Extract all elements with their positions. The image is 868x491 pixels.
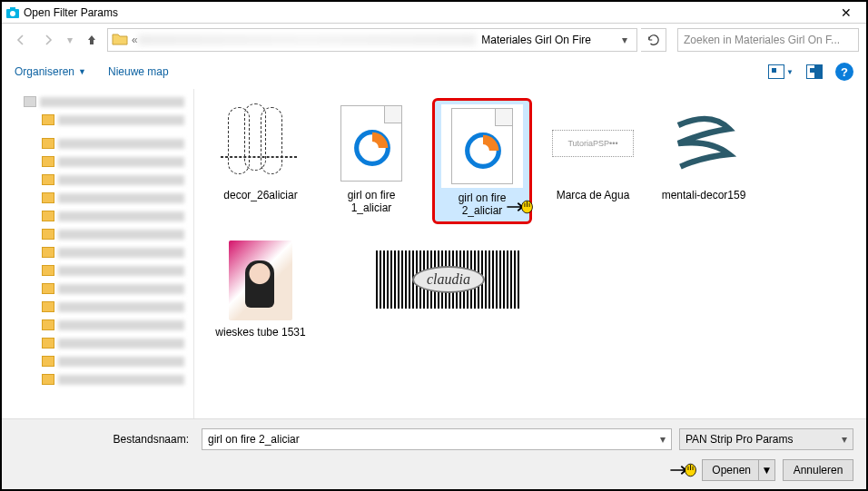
refresh-button[interactable]: [641, 28, 666, 52]
file-caption: girl on fire 1_aliciar: [326, 189, 417, 215]
file-item[interactable]: wieskes tube 1531: [211, 235, 311, 342]
open-split-dropdown[interactable]: ▼: [758, 460, 774, 480]
file-item[interactable]: TutoriaPSP•••Marca de Agua: [543, 98, 643, 224]
watermark-claudia: claudia: [376, 250, 521, 309]
app-icon: [5, 5, 20, 20]
file-thumbnail: [663, 102, 745, 185]
breadcrumb-current[interactable]: Materiales Girl On Fire: [476, 34, 616, 46]
filename-label: Bestandsnaam:: [15, 433, 194, 446]
chevron-down-icon: ▼: [786, 68, 794, 76]
back-button[interactable]: [9, 28, 33, 52]
filename-input[interactable]: girl on fire 2_aliciar ▾: [202, 428, 672, 450]
window-title: Open Filter Params: [24, 6, 830, 19]
breadcrumb-blurred: [138, 34, 477, 45]
file-thumbnail: [441, 104, 523, 188]
up-button[interactable]: [80, 28, 104, 52]
file-thumbnail: [220, 102, 301, 185]
folder-icon: [112, 32, 128, 48]
thumbnails-icon: [768, 64, 784, 79]
address-bar[interactable]: « Materiales Girl On Fire ▾: [107, 28, 637, 52]
filetype-select[interactable]: PAN Strip Pro Params ▾: [679, 428, 853, 450]
file-caption: wieskes tube 1531: [215, 326, 305, 339]
open-button[interactable]: Openen ▼: [702, 459, 775, 481]
svg-point-1: [10, 11, 15, 16]
file-item[interactable]: mentali-decor159: [654, 98, 754, 224]
svg-rect-2: [10, 7, 15, 10]
new-folder-button[interactable]: Nieuwe map: [108, 65, 169, 78]
search-placeholder: Zoeken in Materiales Girl On F...: [684, 34, 840, 46]
pointer-icon-open: [667, 459, 698, 481]
svg-point-4: [366, 142, 379, 154]
file-item[interactable]: decor_26aliciar: [211, 98, 311, 224]
chevron-down-icon: ▼: [78, 67, 86, 76]
file-item[interactable]: girl on fire 1_aliciar: [321, 98, 421, 224]
address-dropdown[interactable]: ▾: [616, 30, 633, 50]
forward-button[interactable]: [36, 28, 60, 52]
chevron-down-icon[interactable]: ▾: [660, 433, 666, 446]
organize-menu[interactable]: Organiseren ▼: [15, 65, 86, 78]
file-grid[interactable]: decor_26aliciargirl on fire 1_aliciargir…: [194, 89, 866, 418]
help-button[interactable]: ?: [835, 63, 853, 81]
file-caption: Marca de Agua: [557, 189, 630, 201]
recent-dropdown[interactable]: ▾: [64, 28, 76, 52]
chevron-down-icon[interactable]: ▾: [842, 433, 847, 446]
preview-pane-button[interactable]: [806, 64, 823, 79]
svg-point-6: [477, 144, 489, 157]
cancel-button[interactable]: Annuleren: [783, 459, 853, 481]
view-options-button[interactable]: ▼: [768, 64, 794, 79]
close-button[interactable]: ✕: [830, 3, 863, 23]
folder-tree[interactable]: [2, 89, 194, 418]
file-caption: mentali-decor159: [662, 189, 746, 201]
file-thumbnail: TutoriaPSP•••: [552, 102, 634, 185]
file-thumbnail: [330, 102, 412, 185]
breadcrumb-sep: «: [132, 34, 138, 46]
file-thumbnail: [220, 239, 301, 322]
file-item[interactable]: girl on fire 2_aliciar: [432, 98, 532, 224]
search-input[interactable]: Zoeken in Materiales Girl On F...: [677, 28, 859, 52]
pointer-icon: [504, 196, 535, 218]
file-caption: decor_26aliciar: [223, 189, 297, 201]
